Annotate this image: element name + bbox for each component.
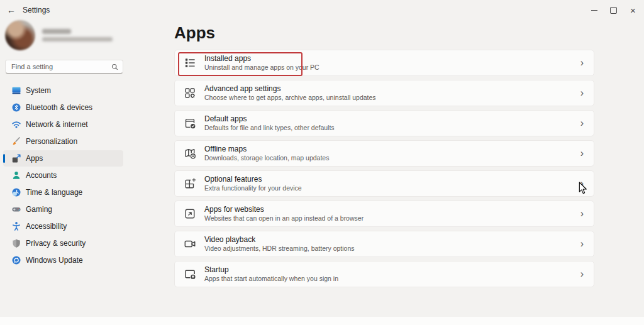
startup-icon [184, 268, 196, 280]
minimize-icon [591, 10, 597, 11]
window-title: Settings [23, 6, 50, 14]
card-default-apps[interactable]: Default apps Defaults for file and link … [174, 110, 594, 136]
card-description: Websites that can open in an app instead… [204, 214, 364, 223]
window-controls: × [584, 0, 643, 20]
maximize-button[interactable] [604, 0, 623, 20]
card-description: Extra functionality for your device [204, 184, 302, 192]
sidebar-item-privacy-security[interactable]: Privacy & security [3, 235, 123, 251]
card-title: Startup [204, 265, 338, 275]
card-description: Uninstall and manage apps on your PC [204, 63, 319, 72]
card-apps-for-websites[interactable]: Apps for websites Websites that can open… [174, 201, 594, 227]
search-icon [108, 60, 121, 73]
card-description: Video adjustments, HDR streaming, batter… [204, 245, 355, 253]
card-title: Advanced app settings [204, 84, 376, 94]
main-content: Apps Installed apps Uninstall and manage… [174, 20, 594, 291]
sidebar-item-windows-update[interactable]: Windows Update [3, 252, 123, 268]
card-title: Installed apps [204, 54, 319, 63]
card-title: Video playback [204, 235, 355, 245]
profile-name-blurred [42, 29, 71, 34]
profile-text-blurred [42, 29, 113, 41]
card-title: Optional features [204, 175, 302, 184]
page-title: Apps [174, 20, 594, 41]
chevron-right-icon: › [580, 179, 584, 189]
settings-card-list: Installed apps Uninstall and manage apps… [174, 50, 594, 287]
sidebar-item-apps[interactable]: Apps [3, 150, 123, 167]
system-icon [11, 85, 21, 96]
advanced-app-settings-icon [184, 87, 196, 99]
chevron-right-icon: › [580, 58, 584, 68]
card-title: Offline maps [204, 145, 329, 154]
card-description: Downloads, storage location, map updates [204, 154, 329, 162]
card-installed-apps[interactable]: Installed apps Uninstall and manage apps… [174, 50, 594, 76]
maximize-icon [610, 7, 617, 14]
video-playback-icon [184, 238, 196, 250]
sidebar-item-accounts[interactable]: Accounts [3, 167, 123, 184]
sidebar-item-accessibility[interactable]: Accessibility [3, 218, 123, 234]
sidebar-item-personalization[interactable]: Personalization [3, 133, 123, 150]
card-title: Default apps [204, 114, 335, 124]
sidebar-item-network-internet[interactable]: Network & internet [3, 116, 123, 133]
back-button[interactable]: ← [3, 2, 20, 18]
accounts-icon [11, 170, 21, 180]
profile-email-blurred [42, 37, 113, 41]
sidebar-item-system[interactable]: System [3, 82, 123, 99]
minimize-button[interactable] [584, 0, 604, 20]
chevron-right-icon: › [580, 269, 584, 279]
sidebar-nav: System Bluetooth & devices Network & int… [3, 82, 123, 269]
default-apps-icon [184, 117, 196, 129]
card-video-playback[interactable]: Video playback Video adjustments, HDR st… [174, 231, 594, 257]
accessibility-icon [11, 221, 21, 231]
personalization-icon [11, 136, 21, 146]
card-startup[interactable]: Startup Apps that start automatically wh… [174, 261, 594, 287]
chevron-right-icon: › [580, 88, 584, 98]
card-description: Defaults for file and link types, other … [204, 124, 335, 132]
search-box[interactable] [5, 60, 123, 74]
windows-update-icon [11, 255, 21, 265]
card-optional-features[interactable]: Optional features Extra functionality fo… [174, 170, 594, 197]
offline-maps-icon [184, 147, 196, 160]
close-button[interactable]: × [623, 0, 643, 20]
privacy-icon [11, 238, 21, 248]
apps-for-websites-icon [184, 207, 196, 220]
installed-apps-icon [184, 57, 196, 69]
optional-features-icon [184, 177, 196, 190]
time-language-icon [11, 187, 21, 197]
search-input[interactable] [6, 63, 108, 70]
card-title: Apps for websites [204, 205, 364, 214]
card-description: Apps that start automatically when you s… [204, 275, 338, 283]
avatar [5, 20, 35, 50]
sidebar-item-time-language[interactable]: Time & language [3, 184, 123, 201]
network-icon [11, 119, 21, 129]
bluetooth-icon [11, 102, 21, 113]
gaming-icon [11, 204, 21, 214]
card-offline-maps[interactable]: Offline maps Downloads, storage location… [174, 140, 594, 167]
selected-indicator [3, 154, 5, 163]
sidebar-item-bluetooth-devices[interactable]: Bluetooth & devices [3, 99, 123, 116]
titlebar: ← Settings × [0, 0, 644, 20]
sidebar-item-gaming[interactable]: Gaming [3, 201, 123, 218]
card-advanced-app-settings[interactable]: Advanced app settings Choose where to ge… [174, 80, 594, 106]
chevron-right-icon: › [580, 148, 584, 158]
apps-icon [11, 153, 21, 163]
chevron-right-icon: › [580, 239, 584, 249]
chevron-right-icon: › [580, 118, 584, 128]
card-description: Choose where to get apps, archive apps, … [204, 94, 376, 102]
chevron-right-icon: › [580, 209, 584, 219]
user-profile[interactable] [5, 20, 156, 50]
close-icon: × [630, 6, 636, 15]
bottom-strip [0, 317, 644, 325]
